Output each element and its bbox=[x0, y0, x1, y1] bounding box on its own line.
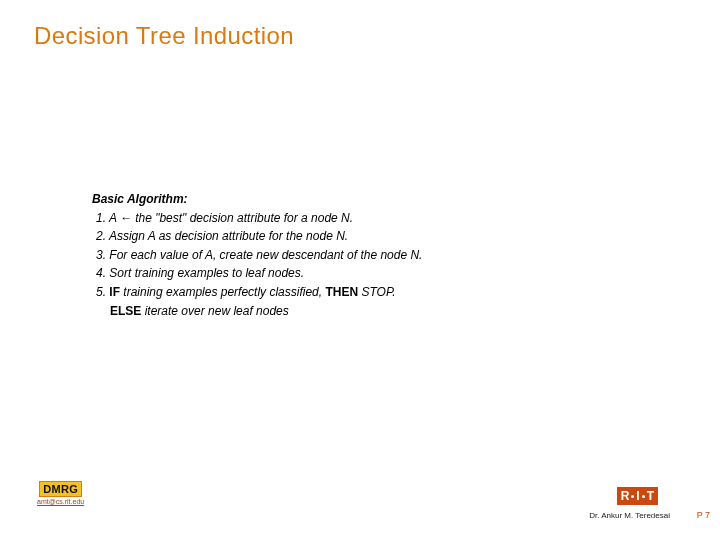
algorithm-step-5-else: ELSE iterate over new leaf nodes bbox=[110, 302, 652, 321]
author-name: Dr. Ankur M. Teredesai bbox=[589, 511, 670, 520]
rit-letter-i: I bbox=[636, 489, 639, 503]
slide: Decision Tree Induction Basic Algorithm:… bbox=[0, 0, 720, 540]
step5-prefix: 5. bbox=[96, 285, 109, 299]
rit-letter-r: R bbox=[621, 489, 630, 503]
dot-separator-icon bbox=[642, 495, 645, 498]
if-keyword: IF bbox=[109, 285, 120, 299]
algorithm-step-5: 5. IF training examples perfectly classi… bbox=[96, 283, 652, 302]
then-keyword: THEN bbox=[325, 285, 358, 299]
rit-logo-box: R I T bbox=[617, 487, 658, 505]
dmrg-email-link[interactable]: amt@cs.rit.edu bbox=[37, 498, 84, 505]
step5-else-rest: iterate over new leaf nodes bbox=[141, 304, 288, 318]
dmrg-badge: DMRG amt@cs.rit.edu bbox=[37, 481, 84, 505]
step1-prefix: 1. A bbox=[96, 211, 120, 225]
step1-suffix: the "best" decision attribute for a node… bbox=[132, 211, 353, 225]
algorithm-heading: Basic Algorithm: bbox=[92, 190, 652, 209]
rit-logo: R I T bbox=[617, 487, 658, 505]
step5-end: STOP. bbox=[358, 285, 396, 299]
page-number: P 7 bbox=[697, 510, 710, 520]
algorithm-step-2: 2. Assign A as decision attribute for th… bbox=[96, 227, 652, 246]
step5-mid: training examples perfectly classified, bbox=[120, 285, 325, 299]
slide-title: Decision Tree Induction bbox=[34, 22, 294, 50]
rit-letter-t: T bbox=[647, 489, 654, 503]
dmrg-logo: DMRG bbox=[39, 481, 82, 497]
algorithm-step-1: 1. A ← the "best" decision attribute for… bbox=[96, 209, 652, 228]
dot-separator-icon bbox=[631, 495, 634, 498]
algorithm-block: Basic Algorithm: 1. A ← the "best" decis… bbox=[92, 190, 652, 320]
algorithm-step-3: 3. For each value of A, create new desce… bbox=[96, 246, 652, 265]
left-arrow-icon: ← bbox=[120, 211, 132, 225]
else-keyword: ELSE bbox=[110, 304, 141, 318]
algorithm-step-4: 4. Sort training examples to leaf nodes. bbox=[96, 264, 652, 283]
